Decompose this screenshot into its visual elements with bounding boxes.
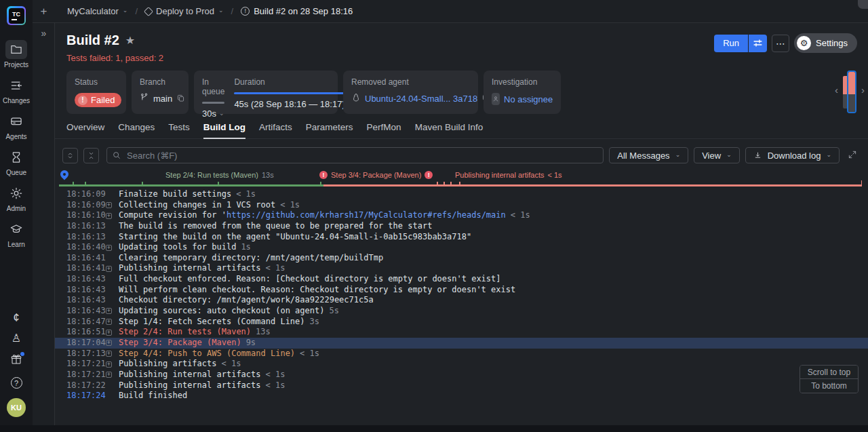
expand-plus-icon[interactable]: +	[106, 340, 119, 346]
sidebar-item-projects[interactable]: Projects	[4, 40, 28, 68]
expand-plus-icon[interactable]: +	[106, 202, 119, 208]
new-project-button[interactable]: +	[33, 5, 55, 18]
breadcrumb-buildconfig[interactable]: Deploy to Prod ⌄	[145, 6, 224, 16]
tab-maven-build-info[interactable]: Maven Build Info	[415, 122, 484, 139]
sidebar-item-admin[interactable]: Admin	[5, 184, 27, 212]
breadcrumb-project[interactable]: MyCalculator ⌄	[67, 6, 127, 16]
messages-filter-dropdown[interactable]: All Messages ⌄	[609, 147, 688, 163]
collapsed-panel-strip: »	[33, 23, 55, 425]
log-line[interactable]: 18:17:22Publishing internal artifacts< 1…	[55, 380, 868, 391]
run-button[interactable]: Run	[714, 35, 748, 52]
tab-tests[interactable]: Tests	[168, 122, 190, 139]
log-line[interactable]: 18:16:13The build is removed from the qu…	[55, 221, 868, 232]
agents-icon	[5, 112, 27, 131]
log-line[interactable]: 18:17:21+Publishing artifacts< 1s	[55, 359, 868, 370]
history-next-icon[interactable]: ›	[861, 84, 865, 96]
warning-icon: !	[425, 171, 433, 179]
log-message: Publishing internal artifacts	[119, 370, 261, 380]
build-history-widget: ‹ ›	[835, 71, 865, 113]
collapse-all-button[interactable]	[83, 148, 99, 163]
timeline-success-segment[interactable]	[59, 184, 323, 186]
expand-plus-icon[interactable]: +	[106, 213, 119, 219]
log-line[interactable]: 18:16:40+Updating tools for build1s	[55, 242, 868, 253]
sidebar-item-agents[interactable]: Agents	[5, 112, 27, 140]
currency-icon[interactable]: ¢	[14, 313, 20, 323]
history-prev-icon[interactable]: ‹	[835, 84, 838, 96]
history-bar-selected[interactable]	[847, 71, 856, 113]
sidebar-item-queue[interactable]: Queue	[5, 148, 27, 176]
download-log-dropdown[interactable]: Download log ⌄	[745, 147, 840, 163]
log-line[interactable]: 18:16:47+Step 1/4: Fetch Secrets (Comman…	[55, 317, 868, 328]
timeline-pin-icon[interactable]	[59, 169, 71, 180]
breadcrumb-build[interactable]: ! Build #2 on 28 Sep 18:16	[241, 6, 353, 16]
expand-plus-icon[interactable]: +	[106, 308, 119, 314]
tab-parameters[interactable]: Parameters	[306, 122, 353, 139]
assignee-link[interactable]: No assignee	[504, 94, 553, 104]
log-line[interactable]: 18:17:24Build finished	[55, 391, 868, 401]
agent-link[interactable]: Ubuntu-24.04-Small... 3a718	[365, 94, 477, 104]
expand-plus-icon[interactable]: +	[106, 361, 119, 368]
gift-icon[interactable]	[10, 353, 22, 368]
more-actions-button[interactable]: ⋯	[772, 35, 789, 52]
expand-plus-icon[interactable]: +	[106, 372, 119, 378]
log-message: Build finished	[119, 391, 187, 401]
expand-sidebar-button[interactable]: »	[33, 23, 55, 43]
expand-plus-icon[interactable]: +	[106, 266, 119, 272]
tab-perfmon[interactable]: PerfMon	[367, 122, 401, 139]
log-line[interactable]: 18:16:13Starting the build on the agent …	[55, 232, 868, 243]
expand-all-button[interactable]	[62, 148, 78, 163]
help-icon[interactable]: ?	[11, 377, 22, 389]
queue-time[interactable]: 30s ⌄	[202, 109, 224, 119]
sliders-icon	[753, 38, 763, 48]
sidebar-item-learn[interactable]: Learn	[5, 220, 27, 248]
expand-plus-icon[interactable]: +	[106, 319, 119, 325]
log-link[interactable]: https://github.com/krharsh17/MyCalculato…	[226, 210, 506, 220]
star-icon[interactable]: ★	[125, 34, 135, 47]
expand-plus-icon[interactable]: +	[106, 351, 119, 357]
log-duration: 1s	[241, 242, 250, 253]
log-line[interactable]: 18:16:43Full checkout enforced. Reason: …	[55, 274, 868, 285]
settings-button[interactable]: ⚙ Settings	[794, 33, 857, 53]
log-line[interactable]: 18:16:09+Collecting changes in 1 VCS roo…	[55, 200, 868, 211]
timeline-failed-segment[interactable]	[323, 184, 862, 186]
log-timestamp: 18:17:21	[66, 359, 106, 370]
build-config-icon	[144, 6, 153, 16]
log-line[interactable]: 18:16:43+Updating sources: auto checkout…	[55, 306, 868, 317]
scroll-to-bottom-button[interactable]: To bottom	[800, 379, 858, 393]
tests-summary[interactable]: Tests failed: 1, passed: 2	[66, 53, 868, 63]
log-line[interactable]: 18:17:13+Step 4/4: Push to AWS (Command …	[55, 349, 868, 359]
expand-plus-icon[interactable]: +	[106, 330, 119, 336]
user-avatar[interactable]: KU	[7, 398, 26, 417]
tab-changes[interactable]: Changes	[118, 122, 155, 139]
pawn-icon[interactable]: ♙	[12, 333, 21, 344]
tab-artifacts[interactable]: Artifacts	[259, 122, 292, 139]
tab-overview[interactable]: Overview	[66, 122, 104, 139]
view-dropdown[interactable]: View ⌄	[694, 147, 740, 163]
log-line[interactable]: 18:16:43Will perform clean checkout. Rea…	[55, 285, 868, 296]
log-line[interactable]: 18:16:41Clearing temporary directory: /m…	[55, 253, 868, 264]
build-timeline[interactable]: Step 2/4: Run tests (Maven) 13s ! Step 3…	[55, 170, 868, 187]
fullscreen-button[interactable]	[848, 150, 857, 161]
log-line[interactable]: 18:16:41+Publishing internal artifacts< …	[55, 263, 868, 274]
log-duration: 5s	[329, 306, 338, 317]
branch-card: Branch main	[132, 71, 189, 114]
log-line[interactable]: 18:16:10+Compute revision for 'https://g…	[55, 210, 868, 221]
tab-build-log[interactable]: Build Log	[203, 122, 245, 139]
log-line[interactable]: 18:16:09Finalize build settings< 1s	[55, 189, 868, 200]
copy-icon[interactable]	[176, 94, 185, 104]
log-line[interactable]: 18:16:43Checkout directory: /mnt/agent/w…	[55, 295, 868, 306]
log-line[interactable]: 18:17:21+Publishing internal artifacts< …	[55, 370, 868, 380]
sidebar-item-label: Queue	[6, 169, 26, 176]
sidebar-item-changes[interactable]: Changes	[3, 76, 30, 104]
log-line[interactable]: 18:16:51+Step 2/4: Run tests (Maven)13s	[55, 327, 868, 338]
scroll-to-top-button[interactable]: Scroll to top	[800, 366, 858, 379]
sidebar-item-label: Projects	[4, 61, 28, 68]
log-line[interactable]: 18:17:04+Step 3/4: Package (Maven)9s	[55, 338, 868, 349]
search-input[interactable]	[106, 147, 604, 163]
log-duration: 9s	[246, 338, 256, 349]
expand-plus-icon[interactable]: +	[106, 245, 119, 251]
teamcity-logo[interactable]: TC	[7, 6, 26, 25]
branch-name[interactable]: main	[153, 94, 172, 104]
run-custom-button[interactable]	[749, 35, 767, 52]
status-badge[interactable]: ! Failed	[75, 93, 121, 107]
